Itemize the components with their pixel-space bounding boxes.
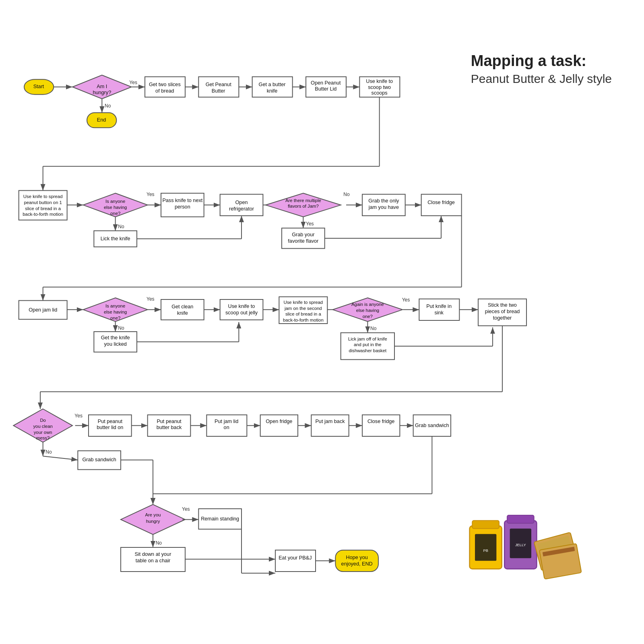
get-bread-label1: Get two slices xyxy=(149,82,181,87)
eat-pbj-label1: Eat your PB&J xyxy=(279,555,312,561)
pass-knife-label2: person xyxy=(175,204,190,210)
scoop-label1: Use knife to xyxy=(366,78,393,84)
get-knife-licked-label2: you licked xyxy=(104,341,127,347)
flowchart-container: Start Am I hungry? Yes Get two slices of… xyxy=(0,0,644,644)
hope-end-label1: Hope you xyxy=(346,555,368,560)
do-you-clean-label2: you clean xyxy=(33,424,53,429)
spread-label4: back-to-forth motion xyxy=(23,212,63,217)
get-bread-label2: of bread xyxy=(155,88,174,94)
eat-pbj-node xyxy=(275,550,316,572)
svg-rect-2 xyxy=(472,520,499,528)
lick-jam-label2: and put in the xyxy=(354,342,382,347)
spread-jam-label2: jam on the second xyxy=(284,306,322,311)
spread-jam-label4: back-to-forth motion xyxy=(283,318,324,322)
hope-end-label2: enjoyed, END xyxy=(341,561,373,567)
is-anyone1-label3: one? xyxy=(110,211,120,216)
put-jam-back-label1: Put jam back xyxy=(315,419,345,424)
sit-down-label2: table on a chair xyxy=(136,558,171,564)
get-knife-licked-label1: Get the knife xyxy=(101,335,130,341)
flavors-label2: flavors of Jam? xyxy=(288,204,319,208)
spread-label2: peanut button on 1 xyxy=(24,200,62,205)
is-anyone2-label1: Is anyone xyxy=(105,303,125,308)
yes-label1: Yes xyxy=(129,80,137,85)
put-pb-back-label2: butter back xyxy=(157,425,182,430)
do-you-clean-label4: mess? xyxy=(36,436,50,440)
close-fridge1-label1: Close fridge xyxy=(427,200,455,205)
stick-bread-label1: Stick the two xyxy=(488,302,517,308)
open-pb-lid-label2: Butter Lid xyxy=(315,86,336,92)
svg-text:JELLY: JELLY xyxy=(515,543,526,547)
get-clean-knife-label1: Get clean xyxy=(171,304,193,310)
no-label3: No xyxy=(118,325,124,331)
yes-label5: Yes xyxy=(74,413,83,419)
yes-label4: Yes xyxy=(402,297,410,303)
open-fridge1-label2: refrigerator xyxy=(229,206,254,212)
open-fridge2-label1: Open fridge xyxy=(266,419,292,424)
get-knife-label1: Get a butter xyxy=(259,82,286,87)
svg-rect-6 xyxy=(507,515,534,523)
scoop-label3: scoops xyxy=(372,90,388,96)
no-label5: No xyxy=(45,449,52,455)
yes-label-flavors: Yes xyxy=(306,221,314,227)
put-pb-back-label1: Put peanut xyxy=(157,419,182,424)
svg-text:PB: PB xyxy=(483,549,488,553)
spread-jam-label1: Use knife to spread xyxy=(284,300,323,305)
spread-label1: Use knife to spread xyxy=(23,194,63,199)
svg-rect-11 xyxy=(539,543,582,579)
again-anyone-label3: one? xyxy=(363,314,373,319)
lick-jam-label3: dishwasher basket xyxy=(349,348,387,353)
lick-knife-label: Lick the knife xyxy=(101,236,130,242)
arrow-clean-no2 xyxy=(43,456,78,460)
am-i-hungry-label2: hungry? xyxy=(93,90,111,95)
flavors-label1: Are there multiple xyxy=(285,198,321,203)
grab-only-jam-label1: Grab the only xyxy=(368,198,399,204)
open-pb-lid-label1: Open Peanut xyxy=(311,80,341,86)
stick-bread-label3: together xyxy=(493,315,512,321)
am-i-hungry-label: Am I xyxy=(97,84,107,89)
no-label2: No xyxy=(118,224,124,229)
open-fridge2-node xyxy=(260,415,298,436)
illustration: PB JELLY xyxy=(470,515,582,579)
get-pb-label1: Get Peanut xyxy=(206,82,232,87)
spread-jam-label3: slice of bread in a xyxy=(285,312,321,316)
grab-fav-label2: favorite flavor xyxy=(288,238,318,244)
is-anyone1-label2: else having xyxy=(104,205,127,210)
grab-fav-label1: Grab your xyxy=(292,232,314,237)
are-you-hungry-label1: Are you xyxy=(145,512,161,517)
put-pb-lid-label2: butter lid on xyxy=(97,425,123,430)
put-pb-lid-label1: Put peanut xyxy=(98,419,123,424)
again-anyone-label1: Again is anyone xyxy=(351,302,384,307)
get-pb-label2: Butter xyxy=(212,88,225,94)
spread-label3: slice of bread in a xyxy=(25,206,61,211)
open-fridge1-label1: Open xyxy=(235,200,248,205)
no-label6: No xyxy=(156,540,162,546)
get-knife-label2: knife xyxy=(267,88,278,94)
is-anyone2-label3: one? xyxy=(110,316,120,320)
end-label: End xyxy=(97,117,106,123)
get-clean-knife-node xyxy=(161,299,204,320)
do-you-clean-label1: Do xyxy=(40,418,45,423)
put-jam-back-node xyxy=(311,415,349,436)
put-knife-sink-label1: Put knife in xyxy=(426,303,452,309)
is-anyone2-label2: else having xyxy=(104,310,127,314)
no-label4: No xyxy=(370,326,377,331)
pass-knife-label1: Pass knife to next xyxy=(162,198,202,203)
no-label-flavors: No xyxy=(343,192,350,197)
close-fridge2-label1: Close fridge xyxy=(367,419,395,424)
put-jam-lid-label1: Put jam lid xyxy=(215,419,238,424)
scoop-label2: scoop two xyxy=(368,85,391,90)
grab-sandwich2-label: Grab sandwich xyxy=(82,457,116,462)
get-clean-knife-label2: knife xyxy=(177,310,188,316)
scoop-jelly-label2: scoop out jelly xyxy=(225,310,258,316)
no-label1: No xyxy=(105,103,111,109)
lick-jam-label1: Lick jam off of knife xyxy=(348,336,387,341)
put-knife-sink-label2: sink xyxy=(434,310,444,316)
scoop-jelly-label1: Use knife to xyxy=(228,303,255,309)
put-jam-lid-label2: on xyxy=(224,425,229,430)
grab-only-jam-label2: jam you have xyxy=(368,204,399,210)
open-jam-lid-label: Open jam lid xyxy=(29,307,57,313)
grab-sandwich1-label: Grab sandwich xyxy=(415,423,449,428)
is-anyone1-label1: Is anyone xyxy=(105,199,125,204)
again-anyone-label2: else having xyxy=(356,308,379,313)
stick-bread-label2: pieces of bread xyxy=(485,309,520,314)
